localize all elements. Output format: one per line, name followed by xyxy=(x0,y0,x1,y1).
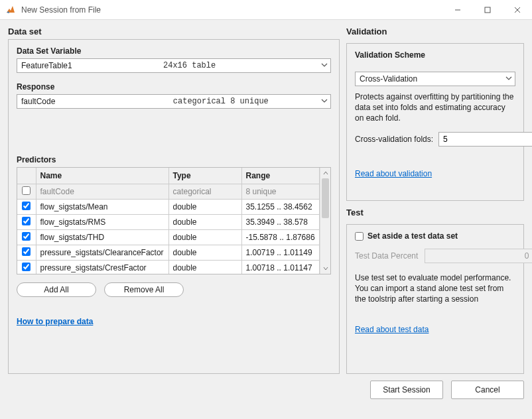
response-select[interactable]: faultCode categorical 8 unique xyxy=(17,94,331,109)
row-range: 35.1255 .. 38.4562 xyxy=(241,199,320,214)
validation-desc: Protects against overfitting by partitio… xyxy=(355,91,515,124)
row-name: flow_sigstats/THD xyxy=(36,229,168,245)
cancel-button[interactable]: Cancel xyxy=(451,381,524,399)
row-name: flow_sigstats/Mean xyxy=(36,199,168,214)
row-type: categorical xyxy=(168,184,241,199)
row-name: faultCode xyxy=(36,184,168,199)
row-type: double xyxy=(168,260,241,274)
scroll-down-icon[interactable] xyxy=(320,263,330,274)
titlebar: New Session from File xyxy=(0,0,532,20)
variable-label: Data Set Variable xyxy=(17,46,331,56)
percent-input xyxy=(425,249,532,263)
percent-label: Test Data Percent xyxy=(355,251,418,261)
test-desc: Use test set to evaluate model performan… xyxy=(355,272,515,305)
row-type: double xyxy=(168,214,241,229)
table-row[interactable]: pressure_sigstats/ClearanceFactor double… xyxy=(17,245,320,260)
set-aside-label: Set aside a test data set xyxy=(367,231,458,241)
col-type: Type xyxy=(168,168,241,184)
response-value: faultCode xyxy=(21,97,55,106)
variable-value: FeatureTable1 xyxy=(21,61,72,70)
test-link[interactable]: Read about test data xyxy=(355,325,429,334)
folds-spinner[interactable] xyxy=(438,132,498,147)
chevron-down-icon xyxy=(321,97,328,106)
table-row[interactable]: faultCode categorical 8 unique xyxy=(17,184,320,199)
window-title: New Session from File xyxy=(21,5,442,15)
scroll-thumb[interactable] xyxy=(322,178,329,218)
row-name: pressure_sigstats/ClearanceFactor xyxy=(36,245,168,260)
prepare-data-link[interactable]: How to prepare data xyxy=(17,317,331,326)
variable-meta: 24x16 table xyxy=(163,61,216,70)
response-meta: categorical 8 unique xyxy=(173,97,269,106)
folds-label: Cross-validation folds: xyxy=(355,135,433,144)
row-range: -15.5878 .. 1.87686 xyxy=(241,229,320,245)
row-type: double xyxy=(168,245,241,260)
row-checkbox[interactable] xyxy=(22,202,31,210)
col-checkbox xyxy=(17,168,36,184)
chevron-down-icon xyxy=(321,61,328,70)
table-scrollbar[interactable] xyxy=(320,168,330,274)
row-range: 8 unique xyxy=(241,184,320,199)
variable-select[interactable]: FeatureTable1 24x16 table xyxy=(17,58,331,73)
percent-spinner xyxy=(425,249,484,263)
close-button[interactable] xyxy=(502,0,532,20)
dataset-title: Data set xyxy=(8,27,340,36)
row-checkbox[interactable] xyxy=(22,186,31,195)
row-type: double xyxy=(168,199,241,214)
response-label: Response xyxy=(17,82,331,91)
matlab-logo-icon xyxy=(5,5,16,15)
add-all-button[interactable]: Add All xyxy=(17,282,96,297)
scheme-select[interactable]: Cross-Validation xyxy=(355,72,515,86)
row-name: pressure_sigstats/CrestFactor xyxy=(36,260,168,274)
maximize-button[interactable] xyxy=(472,0,502,20)
minimize-button[interactable] xyxy=(442,0,472,20)
row-checkbox[interactable] xyxy=(22,217,31,225)
row-checkbox[interactable] xyxy=(22,247,31,256)
validation-title: Validation xyxy=(346,27,524,36)
table-row[interactable]: pressure_sigstats/CrestFactor double 1.0… xyxy=(17,260,320,274)
row-checkbox[interactable] xyxy=(22,232,31,241)
start-session-button[interactable]: Start Session xyxy=(370,381,443,399)
chevron-down-icon xyxy=(505,74,512,84)
row-range: 35.3949 .. 38.578 xyxy=(241,214,320,229)
scheme-label: Validation Scheme xyxy=(355,50,515,60)
col-range: Range xyxy=(241,168,320,184)
row-checkbox[interactable] xyxy=(22,263,31,271)
table-row[interactable]: flow_sigstats/RMS double 35.3949 .. 38.5… xyxy=(17,214,320,229)
test-title: Test xyxy=(346,208,524,217)
svg-rect-1 xyxy=(485,7,490,13)
set-aside-checkbox[interactable] xyxy=(355,232,364,241)
folds-input[interactable] xyxy=(438,132,532,147)
row-name: flow_sigstats/RMS xyxy=(36,214,168,229)
scroll-up-icon[interactable] xyxy=(320,168,330,178)
predictors-label: Predictors xyxy=(17,155,331,164)
row-range: 1.00719 .. 1.01149 xyxy=(241,245,320,260)
scheme-value: Cross-Validation xyxy=(360,74,417,84)
row-range: 1.00718 .. 1.01147 xyxy=(241,260,320,274)
predictors-table: Name Type Range faultCode categorical 8 … xyxy=(17,167,331,274)
col-name: Name xyxy=(36,168,168,184)
table-row[interactable]: flow_sigstats/Mean double 35.1255 .. 38.… xyxy=(17,199,320,214)
row-type: double xyxy=(168,229,241,245)
remove-all-button[interactable]: Remove All xyxy=(104,282,184,297)
table-row[interactable]: flow_sigstats/THD double -15.5878 .. 1.8… xyxy=(17,229,320,245)
validation-link[interactable]: Read about validation xyxy=(355,169,432,178)
